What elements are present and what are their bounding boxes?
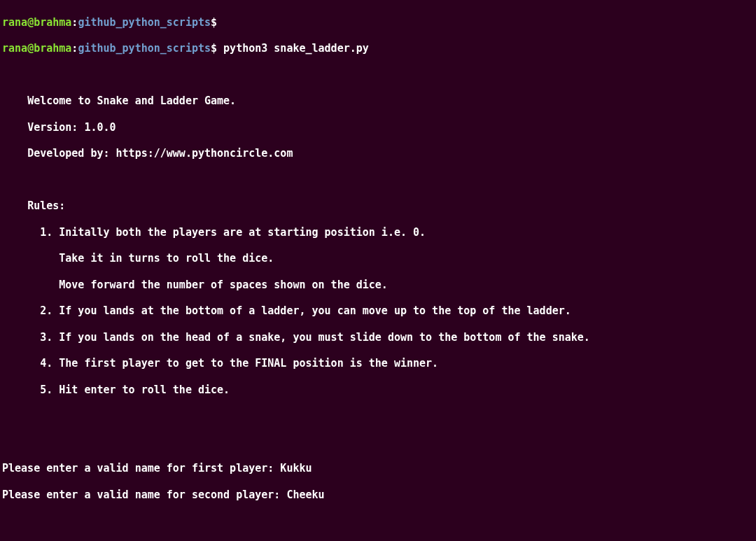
output-rules-header: Rules: bbox=[2, 199, 752, 213]
output-rule-2: 2. If you lands at the bottom of a ladde… bbox=[2, 304, 752, 318]
prompt-at: @ bbox=[27, 16, 34, 29]
terminal-window[interactable]: rana@brahma:github_python_scripts$ rana@… bbox=[0, 0, 756, 541]
prompt-user: rana bbox=[2, 16, 27, 29]
command-text: python3 snake_ladder.py bbox=[217, 42, 369, 55]
prompt-dollar: $ bbox=[211, 42, 217, 55]
output-line bbox=[2, 436, 752, 449]
output-rule-1a: 1. Initally both the players are at star… bbox=[2, 226, 752, 239]
output-rule-3: 3. If you lands on the head of a snake, … bbox=[2, 331, 752, 344]
output-version: Version: 1.0.0 bbox=[2, 121, 752, 134]
output-player1-prompt: Please enter a valid name for first play… bbox=[2, 462, 752, 475]
output-line bbox=[2, 514, 752, 528]
output-developed: Developed by: https://www.pythoncircle.c… bbox=[2, 147, 752, 160]
output-rule-1b: Take it in turns to roll the dice. bbox=[2, 252, 752, 265]
output-welcome: Welcome to Snake and Ladder Game. bbox=[2, 94, 752, 108]
prompt-dollar: $ bbox=[211, 16, 217, 29]
output-rule-1c: Move forward the number of spaces shown … bbox=[2, 279, 752, 292]
prompt-host: brahma bbox=[34, 42, 71, 55]
prompt-line-2: rana@brahma:github_python_scripts$ pytho… bbox=[2, 42, 752, 55]
output-line bbox=[2, 174, 752, 187]
output-rule-5: 5. Hit enter to roll the dice. bbox=[2, 384, 752, 397]
prompt-user: rana bbox=[2, 42, 27, 55]
prompt-line-1: rana@brahma:github_python_scripts$ bbox=[2, 16, 752, 29]
output-line bbox=[2, 409, 752, 423]
prompt-at: @ bbox=[27, 42, 34, 55]
prompt-path: github_python_scripts bbox=[78, 42, 211, 55]
output-player2-prompt: Please enter a valid name for second pla… bbox=[2, 489, 752, 502]
output-rule-4: 4. The first player to get to the FINAL … bbox=[2, 357, 752, 370]
output-line bbox=[2, 69, 752, 82]
prompt-path: github_python_scripts bbox=[78, 16, 211, 29]
prompt-host: brahma bbox=[34, 16, 71, 29]
